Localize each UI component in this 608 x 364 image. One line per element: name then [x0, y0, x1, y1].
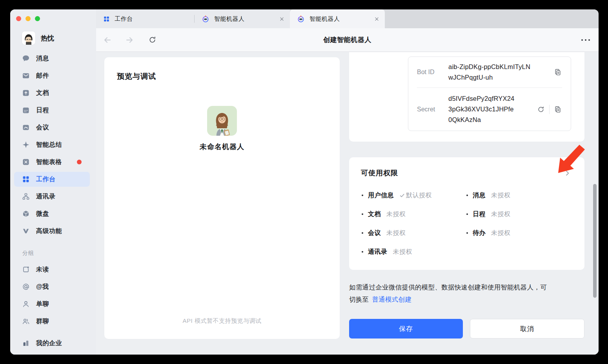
bot-id-label: Bot ID: [417, 69, 448, 76]
check-icon: [399, 193, 405, 198]
robot-icon: [297, 15, 305, 23]
permissions-grid: 用户信息 默认授权 消息 未授权 文档 未授权: [349, 189, 584, 258]
mail-icon: [22, 72, 30, 80]
permission-status: 未授权: [491, 191, 511, 200]
v-logo-icon: [22, 227, 30, 235]
page-content: 预览与调试: [96, 52, 599, 355]
at-icon: [22, 283, 30, 291]
bot-id-value: aib-ZipDKg-ppCbKLmITyLN wJChPqgtU-uh: [448, 62, 550, 83]
normal-mode-link[interactable]: 普通模式创建: [372, 296, 411, 303]
copy-bot-id-icon[interactable]: [553, 68, 562, 76]
tab-smart-bot-2[interactable]: 智能机器人: [290, 9, 385, 28]
sidebar-item-single-chat[interactable]: 单聊: [10, 295, 96, 313]
bot-id-line1: aib-ZipDKg-ppCbKLmITyLN: [448, 63, 530, 70]
user-name: 热忱: [41, 34, 54, 43]
sidebar-menu: 消息 邮件 文档 日程: [10, 50, 96, 352]
screen: 热忱 消息 邮件 文档: [0, 0, 608, 364]
meeting-icon: [22, 124, 30, 131]
sidebar-item-group-chat[interactable]: 群聊: [10, 313, 96, 330]
sidebar-item-schedule[interactable]: 日程: [10, 102, 96, 119]
secret-value: d5IVFdsePy2qfRYX24 3pGk36XVU3c1JHPfe 0Qk…: [448, 93, 533, 125]
copy-secret-icon[interactable]: [553, 105, 562, 114]
page-header: 创建智能机器人: [96, 28, 599, 52]
permission-status: 未授权: [491, 229, 511, 237]
sidebar-item-my-enterprise[interactable]: 我的企业: [10, 335, 96, 352]
close-tab-icon[interactable]: [269, 16, 284, 22]
robot-icon: [202, 15, 209, 23]
sidebar-item-advanced-features[interactable]: 高级功能: [10, 222, 96, 240]
user-profile[interactable]: 热忱: [22, 31, 54, 45]
secret-line2: 3pGk36XVU3c1JHPfe: [448, 106, 514, 113]
secret-line1: d5IVFdsePy2qfRYX24: [448, 95, 514, 102]
permission-docs: 文档 未授权: [362, 208, 466, 220]
permission-status: 默认授权: [399, 191, 432, 200]
scrollbar-thumb[interactable]: [593, 184, 597, 298]
credentials-panel: Bot ID aib-ZipDKg-ppCbKLmITyLN wJChPqgtU…: [349, 52, 584, 142]
close-tab-icon[interactable]: [364, 16, 379, 22]
unread-filter-icon: [22, 266, 30, 273]
save-button[interactable]: 保存: [349, 319, 463, 339]
action-divider: [549, 105, 550, 114]
workbench-grid-icon: [22, 175, 30, 183]
secret-line3: 0QkKAzNa: [448, 116, 481, 123]
enterprise-icon: [22, 339, 30, 347]
regenerate-secret-icon[interactable]: [537, 105, 545, 114]
permission-todos: 待办 未授权: [466, 227, 572, 239]
zoom-window-button[interactable]: [35, 16, 40, 21]
unread-badge: [77, 160, 82, 164]
chat-bubble-icon: [22, 55, 30, 62]
sidebar-item-meetings[interactable]: 会议: [10, 119, 96, 136]
sidebar-item-mentions[interactable]: @我: [10, 278, 96, 295]
main-area: 工作台 智能机器人 智能机器人: [96, 9, 599, 355]
sidebar: 热忱 消息 邮件 文档: [10, 9, 96, 355]
credentials-box: Bot ID aib-ZipDKg-ppCbKLmITyLN wJChPqgtU…: [408, 56, 571, 131]
sidebar-item-smart-table[interactable]: 智能表格: [10, 153, 96, 171]
more-options-icon[interactable]: [579, 33, 592, 47]
sidebar-item-unread[interactable]: 未读: [10, 261, 96, 278]
permissions-title: 可使用权限: [361, 168, 398, 178]
permission-meetings: 会议 未授权: [362, 227, 466, 239]
org-chart-icon: [22, 193, 30, 200]
bot-avatar: [207, 106, 237, 136]
forward-arrow-icon[interactable]: [123, 33, 136, 47]
calendar-icon: [22, 106, 30, 114]
permission-contacts: 通讯录 未授权: [362, 246, 466, 258]
user-avatar: [22, 31, 35, 45]
refresh-icon[interactable]: [146, 33, 159, 47]
sidebar-item-drive[interactable]: 微盘: [10, 205, 96, 222]
close-window-button[interactable]: [16, 16, 21, 21]
person-icon: [22, 300, 30, 308]
tab-workbench[interactable]: 工作台: [96, 9, 195, 28]
sparkle-icon: [22, 141, 30, 149]
minimize-window-button[interactable]: [25, 16, 31, 21]
smart-table-icon: [22, 158, 30, 166]
permission-status: 未授权: [393, 248, 413, 256]
tab-smart-bot-1[interactable]: 智能机器人: [195, 9, 290, 28]
people-icon: [22, 317, 30, 325]
action-buttons: 保存 取消: [349, 319, 584, 339]
page-title: 创建智能机器人: [323, 35, 371, 44]
permission-user-info: 用户信息 默认授权: [362, 189, 466, 201]
sidebar-item-docs[interactable]: 文档: [10, 84, 96, 102]
preview-panel: 预览与调试: [104, 57, 340, 339]
traffic-lights: [14, 14, 42, 24]
sidebar-item-contacts[interactable]: 通讯录: [10, 188, 96, 205]
sidebar-group-label: 分组: [10, 240, 96, 261]
sidebar-item-workbench[interactable]: 工作台: [14, 172, 90, 187]
permission-status: 未授权: [386, 210, 406, 218]
sidebar-item-messages[interactable]: 消息: [10, 50, 96, 67]
sidebar-item-mail[interactable]: 邮件: [10, 67, 96, 84]
permission-status: 未授权: [491, 210, 511, 218]
permission-messages: 消息 未授权: [466, 189, 572, 201]
permissions-panel: 可使用权限 用户信息 默认授权 消息 未授权: [349, 157, 584, 270]
permission-status: 未授权: [386, 229, 406, 237]
document-icon: [22, 89, 30, 97]
red-arrow-annotation: [555, 140, 594, 176]
back-arrow-icon[interactable]: [101, 33, 114, 47]
drive-cube-icon: [22, 210, 30, 218]
cancel-button[interactable]: 取消: [470, 319, 584, 339]
workbench-grid-icon: [103, 16, 110, 22]
secret-row: Secret d5IVFdsePy2qfRYX24 3pGk36XVU3c1JH…: [408, 88, 571, 131]
sidebar-item-smart-summary[interactable]: 智能总结: [10, 136, 96, 153]
bot-id-line2: wJChPqgtU-uh: [448, 74, 493, 81]
